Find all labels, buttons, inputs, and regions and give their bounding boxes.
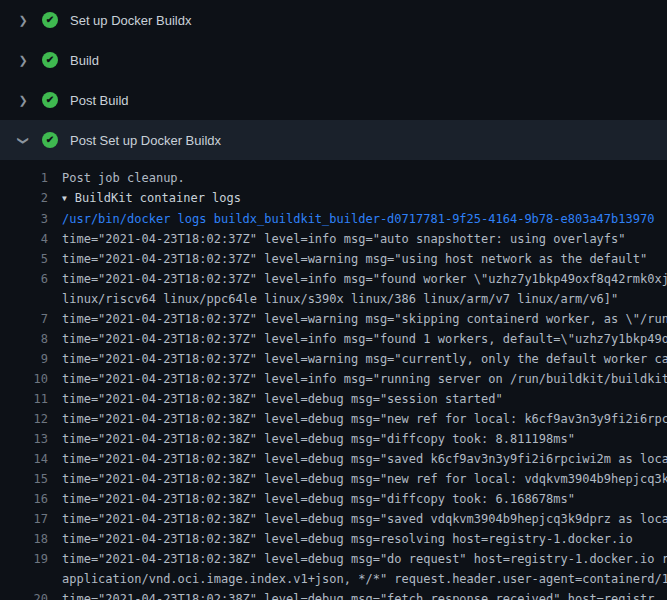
log-line: 1Post job cleanup. <box>0 168 667 188</box>
log-text: time="2021-04-23T18:02:38Z" level=debug … <box>62 489 667 509</box>
workflow-log-viewer: ❯ ✔ Set up Docker Buildx ❯ ✔ Build ❯ ✔ P… <box>0 0 667 600</box>
line-number[interactable]: 5 <box>0 249 62 269</box>
section-label: Set up Docker Buildx <box>70 13 191 28</box>
line-number[interactable]: 9 <box>0 349 62 369</box>
command-text: /usr/bin/docker logs buildx_buildkit_bui… <box>62 209 667 229</box>
line-number[interactable]: 18 <box>0 529 62 549</box>
log-line: 14time="2021-04-23T18:02:38Z" level=debu… <box>0 449 667 469</box>
log-text: time="2021-04-23T18:02:37Z" level=info m… <box>62 329 667 349</box>
log-text: time="2021-04-23T18:02:37Z" level=warnin… <box>62 349 667 369</box>
line-number[interactable]: 15 <box>0 469 62 489</box>
section-header-set-up-docker-buildx[interactable]: ❯ ✔ Set up Docker Buildx <box>0 0 667 40</box>
line-number[interactable]: 2 <box>0 188 62 209</box>
log-line: 5time="2021-04-23T18:02:37Z" level=warni… <box>0 249 667 269</box>
log-text: time="2021-04-23T18:02:38Z" level=debug … <box>62 429 667 449</box>
section-header-post-set-up-docker-buildx[interactable]: ❯ ✔ Post Set up Docker Buildx <box>0 120 667 160</box>
line-number[interactable]: 4 <box>0 229 62 249</box>
log-line: 2▼BuildKit container logs <box>0 188 667 209</box>
log-line: 12time="2021-04-23T18:02:38Z" level=debu… <box>0 409 667 429</box>
log-line: 8time="2021-04-23T18:02:37Z" level=info … <box>0 329 667 349</box>
line-number[interactable]: 1 <box>0 168 62 188</box>
log-line: 3/usr/bin/docker logs buildx_buildkit_bu… <box>0 209 667 229</box>
chevron-down-icon[interactable]: ❯ <box>18 133 29 147</box>
log-line: 7time="2021-04-23T18:02:37Z" level=warni… <box>0 309 667 329</box>
log-text: time="2021-04-23T18:02:38Z" level=debug … <box>62 529 667 549</box>
log-line: 11time="2021-04-23T18:02:38Z" level=debu… <box>0 389 667 409</box>
log-line: 17time="2021-04-23T18:02:38Z" level=debu… <box>0 509 667 529</box>
section-header-post-build[interactable]: ❯ ✔ Post Build <box>0 80 667 120</box>
log-text: time="2021-04-23T18:02:37Z" level=info m… <box>62 229 667 249</box>
line-number[interactable]: 8 <box>0 329 62 349</box>
log-line: 6time="2021-04-23T18:02:37Z" level=info … <box>0 269 667 309</box>
line-number[interactable]: 20 <box>0 589 62 600</box>
log-line: 10time="2021-04-23T18:02:37Z" level=info… <box>0 369 667 389</box>
log-lines: 1Post job cleanup.2▼BuildKit container l… <box>0 160 667 600</box>
line-number[interactable]: 7 <box>0 309 62 329</box>
log-line: 19time="2021-04-23T18:02:38Z" level=debu… <box>0 549 667 589</box>
line-number[interactable]: 19 <box>0 549 62 589</box>
log-line: 9time="2021-04-23T18:02:37Z" level=warni… <box>0 349 667 369</box>
chevron-right-icon[interactable]: ❯ <box>16 15 30 26</box>
section-label: Post Build <box>70 93 129 108</box>
log-text: time="2021-04-23T18:02:38Z" level=debug … <box>62 389 667 409</box>
log-line: 16time="2021-04-23T18:02:38Z" level=debu… <box>0 489 667 509</box>
line-number[interactable]: 3 <box>0 209 62 229</box>
log-text: time="2021-04-23T18:02:38Z" level=debug … <box>62 409 667 429</box>
log-line: 13time="2021-04-23T18:02:38Z" level=debu… <box>0 429 667 449</box>
line-number[interactable]: 11 <box>0 389 62 409</box>
log-text: time="2021-04-23T18:02:38Z" level=debug … <box>62 449 667 469</box>
log-line: 4time="2021-04-23T18:02:37Z" level=info … <box>0 229 667 249</box>
success-check-icon: ✔ <box>42 132 58 148</box>
line-number[interactable]: 10 <box>0 369 62 389</box>
log-text: time="2021-04-23T18:02:37Z" level=info m… <box>62 269 667 309</box>
line-number[interactable]: 13 <box>0 429 62 449</box>
line-number[interactable]: 16 <box>0 489 62 509</box>
log-text: time="2021-04-23T18:02:37Z" level=info m… <box>62 369 667 389</box>
success-check-icon: ✔ <box>42 52 58 68</box>
line-number[interactable]: 6 <box>0 269 62 309</box>
chevron-right-icon[interactable]: ❯ <box>16 55 30 66</box>
log-line: 20time="2021-04-23T18:02:38Z" level=debu… <box>0 589 667 600</box>
log-text: time="2021-04-23T18:02:38Z" level=debug … <box>62 549 667 589</box>
section-label: Build <box>70 53 99 68</box>
log-line: 18time="2021-04-23T18:02:38Z" level=debu… <box>0 529 667 549</box>
line-number[interactable]: 17 <box>0 509 62 529</box>
success-check-icon: ✔ <box>42 12 58 28</box>
log-text: time="2021-04-23T18:02:37Z" level=warnin… <box>62 309 667 329</box>
collapse-triangle-icon[interactable]: ▼ <box>62 189 67 209</box>
log-text: time="2021-04-23T18:02:38Z" level=debug … <box>62 509 667 529</box>
section-header-build[interactable]: ❯ ✔ Build <box>0 40 667 80</box>
log-text: time="2021-04-23T18:02:37Z" level=warnin… <box>62 249 667 269</box>
log-text: time="2021-04-23T18:02:38Z" level=debug … <box>62 589 667 600</box>
log-text: ▼BuildKit container logs <box>62 188 667 209</box>
chevron-right-icon[interactable]: ❯ <box>16 95 30 106</box>
log-text: time="2021-04-23T18:02:38Z" level=debug … <box>62 469 667 489</box>
log-line: 15time="2021-04-23T18:02:38Z" level=debu… <box>0 469 667 489</box>
success-check-icon: ✔ <box>42 92 58 108</box>
line-number[interactable]: 14 <box>0 449 62 469</box>
log-text: Post job cleanup. <box>62 168 667 188</box>
section-label: Post Set up Docker Buildx <box>70 133 221 148</box>
line-number[interactable]: 12 <box>0 409 62 429</box>
